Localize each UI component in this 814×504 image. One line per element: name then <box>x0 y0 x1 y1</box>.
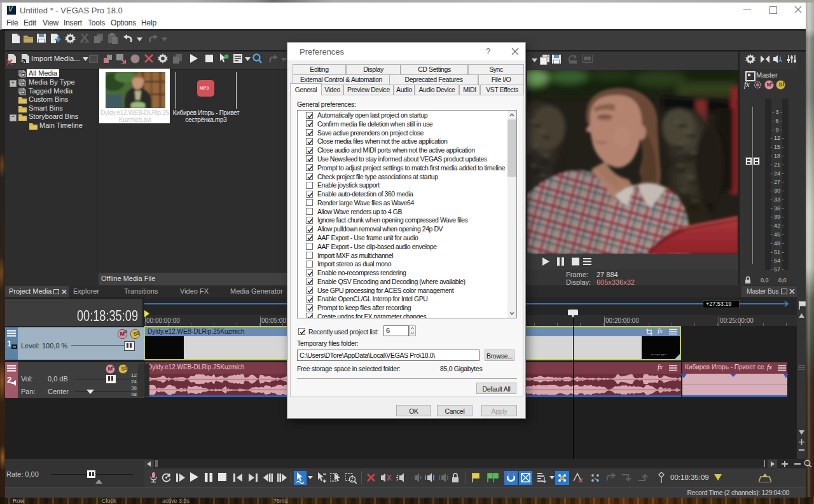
svg-text:4:3: 4:3 <box>585 61 589 64</box>
